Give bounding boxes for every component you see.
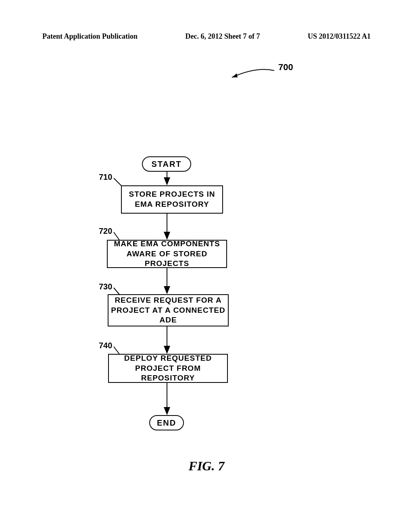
step-740-text: DEPLOY REQUESTED PROJECT FROM REPOSITORY [109,353,227,383]
figure-area: 700 START 710 STORE PROJECTS IN EMA REPO… [0,0,413,532]
step-730: RECEIVE REQUEST FOR A PROJECT AT A CONNE… [108,294,229,326]
svg-marker-0 [232,73,238,77]
reference-710: 710 [99,172,112,182]
svg-line-7 [114,178,122,186]
step-720-text: MAKE EMA COMPONENTS AWARE OF STORED PROJ… [108,239,226,269]
end-node: END [149,415,184,430]
step-730-text: RECEIVE REQUEST FOR A PROJECT AT A CONNE… [108,295,228,325]
start-label: START [151,160,181,169]
reference-720: 720 [99,227,112,236]
figure-caption: FIG. 7 [0,459,413,474]
reference-arrow-icon [228,64,276,81]
step-710-text: STORE PROJECTS IN EMA REPOSITORY [122,189,222,209]
reference-overall: 700 [278,62,293,73]
reference-730: 730 [99,282,112,291]
end-label: END [157,418,176,428]
reference-740: 740 [99,341,112,350]
start-node: START [142,156,191,172]
step-740: DEPLOY REQUESTED PROJECT FROM REPOSITORY [108,354,228,383]
step-720: MAKE EMA COMPONENTS AWARE OF STORED PROJ… [107,240,227,268]
step-710: STORE PROJECTS IN EMA REPOSITORY [121,185,223,214]
